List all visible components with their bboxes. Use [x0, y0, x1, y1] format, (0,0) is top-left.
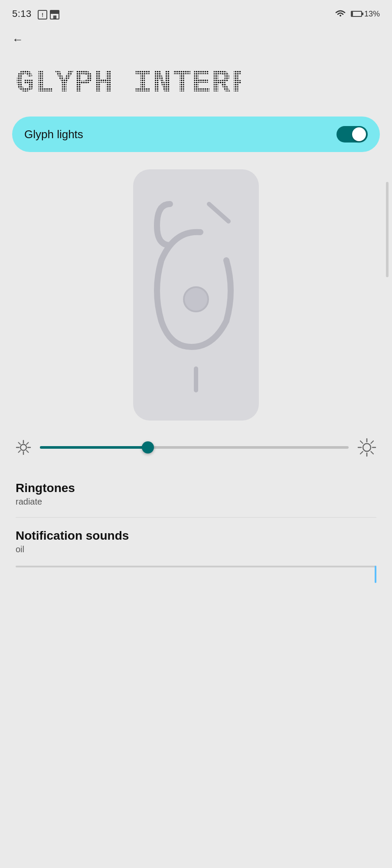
svg-line-3: [209, 204, 229, 221]
notification-sounds-section: Notification sounds oil: [0, 522, 392, 561]
svg-point-15: [363, 444, 371, 451]
glyph-lights-label: Glyph lights: [24, 128, 83, 141]
status-bar: 5:13 ! ▦ 13%: [0, 0, 392, 26]
ringtones-section: Ringtones radiate: [0, 474, 392, 514]
svg-point-6: [20, 444, 26, 450]
slider-thumb[interactable]: [142, 441, 154, 453]
battery-icon: [351, 11, 362, 17]
toggle-switch[interactable]: [336, 126, 368, 143]
svg-point-4: [184, 287, 208, 311]
toggle-knob: [352, 127, 366, 141]
alert-icon: !: [38, 10, 47, 19]
slider-fill: [40, 446, 148, 449]
page-title-container: GLYPH INTERFACE: [0, 53, 392, 117]
bottom-scrollbar-container: [0, 566, 392, 567]
page-title: GLYPH INTERFACE: [16, 62, 376, 104]
svg-line-13: [26, 443, 29, 445]
notification-sounds-title: Notification sounds: [16, 529, 376, 543]
svg-line-12: [26, 450, 29, 453]
bottom-scrollbar-track[interactable]: [16, 566, 376, 567]
status-right: 13%: [334, 10, 380, 19]
brightness-slider-container: [0, 438, 392, 457]
svg-line-14: [19, 450, 21, 453]
notification-sounds-subtitle: oil: [16, 544, 376, 554]
bottom-scrollbar-indicator: [375, 566, 376, 583]
svg-line-22: [371, 441, 374, 444]
glyph-lights-toggle[interactable]: Glyph lights: [12, 117, 380, 152]
phone-glyph-svg: [144, 182, 248, 408]
brightness-high-icon: [357, 438, 376, 457]
back-button[interactable]: ←: [0, 26, 392, 53]
svg-rect-2: [16, 62, 241, 97]
status-time: 5:13: [12, 8, 32, 19]
ringtones-subtitle: radiate: [16, 497, 376, 507]
brightness-low-icon: [16, 440, 31, 455]
svg-line-11: [19, 443, 21, 445]
phone-illustration: [0, 169, 392, 421]
battery-percent: 13%: [364, 10, 380, 19]
svg-line-23: [360, 452, 363, 454]
wifi-icon: [334, 10, 346, 18]
scrollbar[interactable]: [386, 182, 389, 277]
calendar-icon: ▦: [50, 10, 59, 19]
svg-line-21: [371, 452, 374, 454]
ringtones-title: Ringtones: [16, 481, 376, 495]
status-left: 5:13 ! ▦: [12, 8, 59, 20]
section-divider: [16, 517, 376, 518]
svg-line-20: [360, 441, 363, 444]
battery-indicator: 13%: [351, 10, 380, 19]
back-arrow-icon: ←: [12, 33, 23, 46]
phone-body: [133, 169, 259, 421]
brightness-slider[interactable]: [40, 446, 349, 449]
